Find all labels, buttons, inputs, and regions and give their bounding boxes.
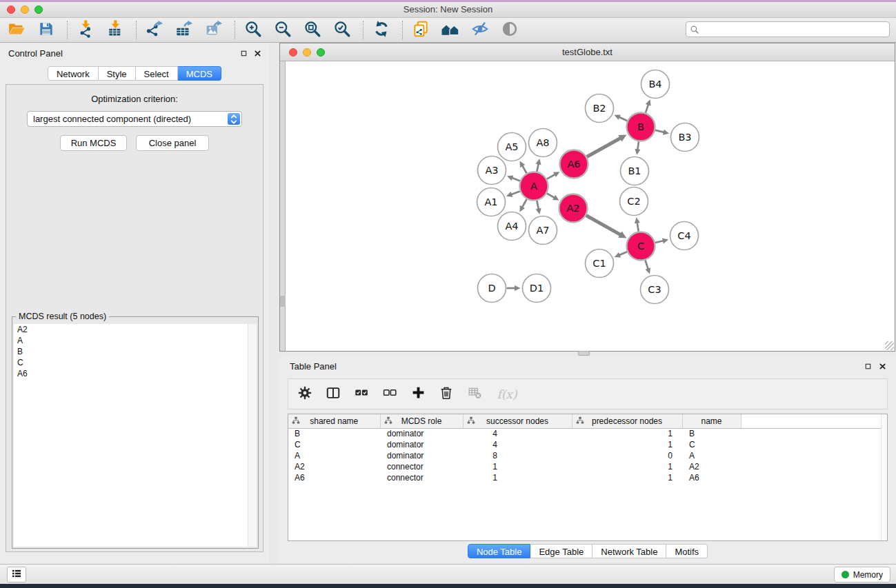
close-panel-button-2[interactable]: Close panel bbox=[136, 135, 209, 151]
graph-node-B3[interactable]: B3 bbox=[671, 123, 699, 152]
search-box[interactable] bbox=[686, 21, 890, 37]
graph-edge-A2-C[interactable] bbox=[586, 216, 627, 239]
float-panel-button[interactable] bbox=[864, 362, 873, 371]
table-row[interactable]: Cdominator41C bbox=[288, 439, 882, 450]
zoom-in-button[interactable] bbox=[242, 19, 264, 41]
graph-node-A2[interactable]: A2 bbox=[559, 194, 588, 223]
export-image-button[interactable] bbox=[203, 19, 225, 41]
graph-node-C3[interactable]: C3 bbox=[641, 276, 669, 304]
column-header-successor-nodes[interactable]: successor nodes bbox=[463, 414, 572, 428]
table-cell[interactable]: dominator bbox=[380, 450, 463, 461]
tab-style[interactable]: Style bbox=[99, 66, 136, 81]
float-panel-button[interactable] bbox=[239, 49, 248, 58]
export-table-button[interactable] bbox=[173, 19, 195, 41]
clone-network-button[interactable] bbox=[410, 19, 432, 41]
traffic-light-green-icon[interactable] bbox=[317, 48, 325, 57]
table-cell[interactable]: B bbox=[288, 428, 380, 439]
import-network-button[interactable] bbox=[74, 19, 97, 41]
graph-edge-B-B2[interactable] bbox=[614, 114, 627, 121]
tab-edge-table[interactable]: Edge Table bbox=[530, 544, 593, 558]
graph-node-C2[interactable]: C2 bbox=[620, 187, 648, 216]
close-panel-button[interactable] bbox=[253, 49, 262, 58]
tab-motifs[interactable]: Motifs bbox=[666, 544, 708, 558]
table-cell[interactable]: 1 bbox=[463, 461, 572, 472]
table-row[interactable]: Adominator80A bbox=[288, 450, 882, 461]
graph-node-C[interactable]: C bbox=[627, 232, 655, 261]
table-cell[interactable]: B bbox=[682, 428, 741, 439]
graph-node-A1[interactable]: A1 bbox=[477, 188, 506, 216]
table-cell[interactable]: A2 bbox=[288, 461, 380, 472]
table-cell[interactable]: connector bbox=[380, 472, 463, 483]
graph-edge-A-A6[interactable] bbox=[547, 172, 560, 179]
search-input[interactable] bbox=[703, 23, 886, 36]
close-panel-button[interactable] bbox=[878, 362, 887, 371]
table-row[interactable]: A2connector11A2 bbox=[288, 461, 882, 472]
optimization-criterion-select[interactable]: largest connected component (directed) bbox=[27, 111, 242, 127]
column-header-shared-name[interactable]: shared name bbox=[288, 414, 380, 428]
traffic-light-red-icon[interactable] bbox=[289, 48, 297, 57]
graph-node-B4[interactable]: B4 bbox=[641, 70, 670, 99]
table-cell[interactable]: A bbox=[682, 450, 741, 461]
mcds-result-item[interactable]: A6 bbox=[14, 368, 257, 379]
table-cell[interactable]: connector bbox=[380, 461, 463, 472]
graph-node-A6[interactable]: A6 bbox=[560, 150, 588, 179]
graph-node-A8[interactable]: A8 bbox=[529, 129, 557, 157]
tab-mcds[interactable]: MCDS bbox=[178, 66, 221, 81]
table-cell[interactable]: C bbox=[682, 439, 741, 450]
save-session-button[interactable] bbox=[35, 19, 57, 41]
mcds-result-item[interactable]: C bbox=[14, 357, 257, 368]
tab-network-table[interactable]: Network Table bbox=[593, 544, 666, 558]
table-cell[interactable]: dominator bbox=[380, 428, 463, 439]
tab-node-table[interactable]: Node Table bbox=[468, 544, 531, 558]
graph-node-A3[interactable]: A3 bbox=[478, 156, 506, 185]
apply-layout-button[interactable] bbox=[370, 19, 392, 41]
graph-edge-C-C4[interactable] bbox=[655, 238, 668, 243]
graph-node-B[interactable]: B bbox=[627, 113, 655, 141]
table-cell[interactable]: 1 bbox=[572, 461, 682, 472]
mcds-result-item[interactable]: A bbox=[14, 335, 257, 346]
column-header-name[interactable]: name bbox=[682, 414, 741, 428]
graph-edge-C-C3[interactable] bbox=[645, 260, 650, 274]
column-header-predecessor-nodes[interactable]: predecessor nodes bbox=[572, 414, 682, 428]
graph-node-A7[interactable]: A7 bbox=[529, 216, 557, 245]
graph-node-C4[interactable]: C4 bbox=[670, 222, 699, 250]
graph-edge-A-A2[interactable] bbox=[547, 194, 559, 201]
table-cell[interactable]: A6 bbox=[682, 472, 741, 483]
graph-edge-B-B4[interactable] bbox=[646, 99, 651, 112]
table-cell[interactable]: 1 bbox=[572, 439, 682, 450]
traffic-light-green-icon[interactable] bbox=[34, 6, 43, 14]
add-column-button[interactable] bbox=[408, 385, 428, 404]
graph-node-A[interactable]: A bbox=[520, 172, 548, 201]
import-table-button[interactable] bbox=[104, 19, 126, 41]
traffic-light-red-icon[interactable] bbox=[7, 6, 15, 14]
graph-edge-C-C1[interactable] bbox=[615, 252, 627, 257]
table-cell[interactable]: 0 bbox=[572, 450, 682, 461]
hide-selected-button[interactable] bbox=[469, 19, 491, 41]
panel-list-button[interactable] bbox=[7, 567, 26, 582]
column-header-MCDS-role[interactable]: MCDS role bbox=[380, 414, 463, 428]
run-mcds-button[interactable]: Run MCDS bbox=[60, 135, 127, 151]
graph-node-D1[interactable]: D1 bbox=[523, 274, 551, 303]
select-all-rows-button[interactable] bbox=[352, 385, 371, 404]
table-cell[interactable]: 1 bbox=[572, 472, 682, 483]
tab-select[interactable]: Select bbox=[136, 66, 178, 81]
splitter-grip[interactable] bbox=[578, 351, 590, 356]
graph-node-A5[interactable]: A5 bbox=[498, 133, 526, 161]
graph-edge-B-B1[interactable] bbox=[635, 141, 640, 154]
graph-edge-C-C2[interactable] bbox=[635, 217, 640, 232]
table-cell[interactable]: A6 bbox=[288, 472, 380, 483]
table-scrollbar[interactable] bbox=[881, 414, 887, 540]
table-cell[interactable]: 8 bbox=[463, 450, 572, 461]
graph-edge-B-B3[interactable] bbox=[655, 130, 669, 135]
table-cell[interactable]: C bbox=[288, 439, 380, 450]
graph-node-B1[interactable]: B1 bbox=[621, 157, 649, 185]
result-list-scrollbar[interactable] bbox=[248, 324, 257, 547]
traffic-light-yellow-icon[interactable] bbox=[303, 48, 311, 57]
show-all-button[interactable] bbox=[499, 19, 521, 41]
first-neighbors-button[interactable] bbox=[439, 19, 461, 41]
zoom-selected-button[interactable] bbox=[331, 19, 353, 41]
table-cell[interactable]: 1 bbox=[463, 472, 572, 483]
mcds-result-item[interactable]: B bbox=[14, 346, 257, 357]
network-canvas[interactable]: B4B2BB3A5A8A6B1A3AC2A1A2A4A7C4CC1C3DD1 bbox=[280, 61, 895, 351]
traffic-light-yellow-icon[interactable] bbox=[21, 6, 29, 14]
